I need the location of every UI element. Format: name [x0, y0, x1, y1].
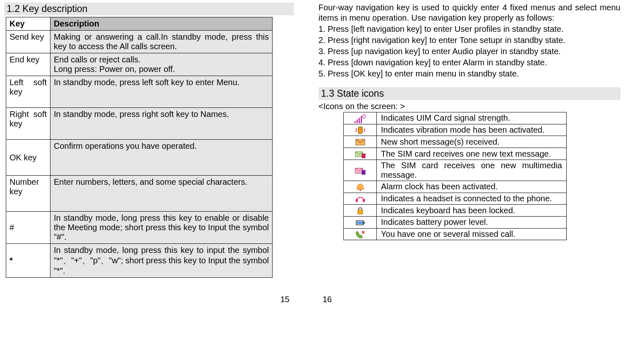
- key-cell: #: [6, 212, 50, 244]
- nav-item-5: 5. Press [OK key] to enter main menu in …: [318, 69, 620, 79]
- table-header-key: Key: [6, 17, 50, 31]
- table-row: New short message(s) received.: [344, 136, 567, 148]
- svg-rect-13: [356, 199, 358, 202]
- table-row: Indicates keyboard has been locked.: [344, 205, 567, 217]
- svg-rect-2: [359, 118, 360, 123]
- desc-cell: In standby mode, press right soft key to…: [50, 108, 273, 140]
- icons-subheader: <Icons on the screen: >: [318, 102, 620, 111]
- table-row: Indicates a headset is connected to the …: [344, 193, 567, 205]
- svg-rect-6: [358, 127, 362, 134]
- table-row: Right soft key In standby mode, press ri…: [6, 108, 273, 140]
- sim-text-icon: [344, 148, 377, 160]
- icon-desc: You have one or several missed call.: [377, 228, 567, 240]
- icon-desc: Indicates battery power level.: [377, 217, 567, 229]
- svg-rect-15: [358, 210, 363, 214]
- state-icons-table: Indicates UIM Card signal strength. Indi…: [343, 112, 567, 240]
- icon-desc: Indicates vibration mode has been activa…: [377, 124, 567, 136]
- key-cell: Send key: [6, 31, 50, 53]
- table-row: End key End calls or reject calls. Long …: [6, 53, 273, 76]
- page-left: 1.2 Key description Key Description Send…: [4, 0, 294, 303]
- icon-desc: Indicates UIM Card signal strength.: [377, 112, 567, 124]
- svg-rect-19: [359, 222, 360, 224]
- desc-cell: Enter numbers, letters, and some special…: [50, 176, 273, 212]
- nav-item-1: 1. Press [left navigation key] to enter …: [318, 24, 620, 34]
- section-heading-1-2: 1.2 Key description: [4, 2, 294, 15]
- table-row: Send key Making or answering a call.In s…: [6, 31, 273, 53]
- key-cell: Number key: [6, 176, 50, 212]
- table-row: OK key Confirm operations you have opera…: [6, 140, 273, 176]
- key-description-table: Key Description Send key Making or answe…: [6, 17, 273, 278]
- svg-rect-9: [362, 154, 365, 158]
- table-row: Indicates battery power level.: [344, 217, 567, 229]
- table-row: Number key Enter numbers, letters, and s…: [6, 176, 273, 212]
- desc-cell: Confirm operations you have operated.: [50, 140, 273, 176]
- message-icon: [344, 136, 377, 148]
- table-row: Indicates vibration mode has been activa…: [344, 124, 567, 136]
- nav-item-3: 3. Press [up navigation key] to enter Au…: [318, 46, 620, 57]
- key-cell: *: [6, 244, 50, 278]
- page-right: Four-way navigation key is used to quick…: [318, 0, 620, 303]
- svg-rect-3: [361, 116, 362, 123]
- page-number-left: 15: [280, 295, 290, 303]
- svg-rect-20: [360, 222, 362, 224]
- desc-cell: Making or answering a call.In standby mo…: [50, 31, 273, 53]
- svg-rect-21: [362, 222, 363, 224]
- icon-desc: New short message(s) received.: [377, 136, 567, 148]
- section-heading-1-3: 1.3 State icons: [318, 87, 620, 100]
- table-row: The SIM card receives one new multimedia…: [344, 160, 567, 181]
- key-cell: Left soft key: [6, 76, 50, 108]
- desc-cell: In standby mode, long press this key to …: [50, 244, 273, 278]
- icon-desc: The SIM card receives one new multimedia…: [377, 160, 567, 181]
- table-row: # In standby mode, long press this key t…: [6, 212, 273, 244]
- svg-rect-14: [363, 199, 365, 202]
- vibration-icon: [344, 124, 377, 136]
- svg-rect-18: [357, 222, 358, 224]
- desc-cell: End calls or reject calls. Long press: P…: [50, 53, 273, 76]
- headset-icon: [344, 193, 377, 205]
- table-row: Left soft key In standby mode, press lef…: [6, 76, 273, 108]
- icon-desc: Indicates keyboard has been locked.: [377, 205, 567, 217]
- svg-rect-11: [362, 170, 365, 174]
- icon-desc: The SIM card receives one new text messa…: [377, 148, 567, 160]
- lock-icon: [344, 205, 377, 217]
- key-cell: OK key: [6, 140, 50, 176]
- svg-point-12: [359, 189, 361, 191]
- nav-intro-paragraph: Four-way navigation key is used to quick…: [318, 2, 620, 23]
- svg-rect-1: [357, 119, 358, 123]
- table-row: The SIM card receives one new text messa…: [344, 148, 567, 160]
- icon-desc: Indicates a headset is connected to the …: [377, 193, 567, 205]
- nav-item-2: 2. Press [right navigation key] to enter…: [318, 35, 620, 45]
- alarm-icon: [344, 181, 377, 193]
- table-row: * In standby mode, long press this key t…: [6, 244, 273, 278]
- table-header-desc: Description: [50, 17, 273, 31]
- page-number-right: 16: [323, 295, 332, 303]
- key-cell: End key: [6, 53, 50, 76]
- nav-item-4: 4. Press [down navigation key] to enter …: [318, 57, 620, 68]
- missed-call-icon: [344, 228, 377, 240]
- svg-point-4: [362, 115, 366, 118]
- table-row: You have one or several missed call.: [344, 228, 567, 240]
- desc-cell: In standby mode, long press this key to …: [50, 212, 273, 244]
- desc-cell: In standby mode, press left soft key to …: [50, 76, 273, 108]
- sim-mms-icon: [344, 160, 377, 181]
- signal-icon: [344, 112, 377, 124]
- table-row: Alarm clock has been activated.: [344, 181, 567, 193]
- svg-rect-0: [354, 121, 356, 123]
- svg-rect-17: [364, 222, 365, 224]
- icon-desc: Alarm clock has been activated.: [377, 181, 567, 193]
- key-cell: Right soft key: [6, 108, 50, 140]
- battery-icon: [344, 217, 377, 229]
- table-row: Indicates UIM Card signal strength.: [344, 112, 567, 124]
